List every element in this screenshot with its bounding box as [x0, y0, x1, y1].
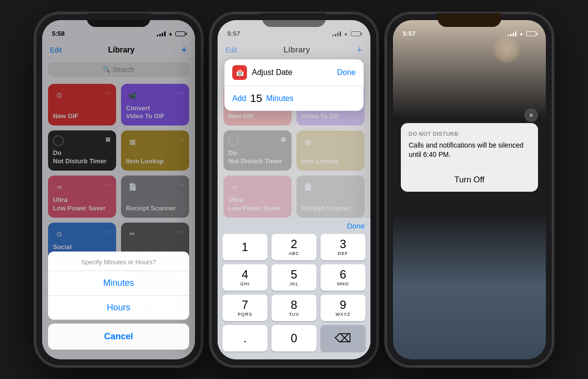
keypad-done-row: Done [218, 218, 370, 232]
dnd-turn-off-button[interactable]: Turn Off [401, 168, 538, 192]
phone-1: 5:58 ▲ Edit L [35, 13, 202, 366]
keypad-btn-8[interactable]: 8 TUV [271, 295, 317, 321]
screen-1: 5:58 ▲ Edit L [42, 20, 195, 359]
dnd-label: DO NOT DISTURB [409, 131, 530, 137]
adjust-date-add-label: Add [232, 94, 246, 103]
keypad-btn-backspace[interactable]: ⌫ [320, 325, 366, 352]
adjust-date-value: Add 15 Minutes [224, 86, 364, 111]
keypad-btn-7[interactable]: 7 PQRS [222, 295, 268, 321]
keypad-btn-2[interactable]: 2 ABC [271, 234, 317, 260]
adjust-date-icon: 📅 [232, 65, 247, 80]
wallpaper-gradient-bottom [393, 212, 546, 359]
adjust-date-title: Adjust Date [252, 68, 293, 77]
keypad-btn-4[interactable]: 4 GHI [222, 264, 268, 291]
phone-3: 5:57 ▲ [386, 13, 553, 366]
action-sheet-overlay-1[interactable]: Specify Minutes or Hours? Minutes Hours … [42, 20, 195, 359]
time-3: 5:57 [403, 30, 416, 37]
keypad-done-btn[interactable]: Done [347, 222, 365, 230]
keypad-btn-6[interactable]: 6 MNO [320, 264, 366, 291]
adjust-date-overlay: 📅 Adjust Date Done Add 15 Minutes Done [218, 20, 370, 359]
dnd-dialog-content: DO NOT DISTURB Calls and notifications w… [401, 123, 538, 168]
action-sheet-minutes-1[interactable]: Minutes [48, 271, 189, 296]
keypad-btn-3[interactable]: 3 DEF [320, 234, 366, 260]
dnd-dialog: DO NOT DISTURB Calls and notifications w… [401, 123, 538, 192]
keypad-overlay: Done 1 2 ABC 3 DEF [218, 218, 370, 359]
keypad-btn-9[interactable]: 9 WXYZ [320, 295, 366, 321]
signal-icon-3 [508, 31, 516, 36]
keypad-btn-5[interactable]: 5 JKL [271, 264, 317, 291]
dnd-wallpaper: 5:57 ▲ [393, 20, 546, 359]
status-icons-3: ▲ [508, 31, 536, 36]
action-sheet-hours-1[interactable]: Hours [48, 296, 189, 320]
battery-icon-3 [526, 31, 536, 36]
adjust-date-done[interactable]: Done [337, 68, 356, 77]
notch-3 [438, 13, 501, 27]
keypad-btn-1[interactable]: 1 [222, 234, 268, 260]
adjust-date-header: 📅 Adjust Date Done [224, 59, 364, 86]
screen-3: 5:57 ▲ [393, 20, 546, 359]
keypad-btn-dot[interactable]: . [222, 325, 268, 352]
action-sheet-title-1: Specify Minutes or Hours? [48, 252, 189, 271]
dnd-message: Calls and notifications will be silenced… [409, 141, 530, 160]
adjust-date-unit[interactable]: Minutes [266, 94, 294, 103]
keypad-btn-0[interactable]: 0 [271, 325, 317, 352]
screen-2: 5:57 ▲ Edit L [218, 20, 370, 359]
adjust-date-popup: 📅 Adjust Date Done Add 15 Minutes [224, 59, 364, 111]
adjust-date-number: 15 [250, 92, 262, 105]
action-sheet-cancel-1[interactable]: Cancel [48, 324, 189, 350]
wifi-icon-3: ▲ [519, 31, 524, 36]
keypad-grid: 1 2 ABC 3 DEF 4 GHI [218, 232, 370, 359]
dnd-close-button[interactable]: × [524, 108, 538, 122]
phone-2: 5:57 ▲ Edit L [211, 13, 377, 366]
action-sheet-1: Specify Minutes or Hours? Minutes Hours … [42, 248, 195, 359]
